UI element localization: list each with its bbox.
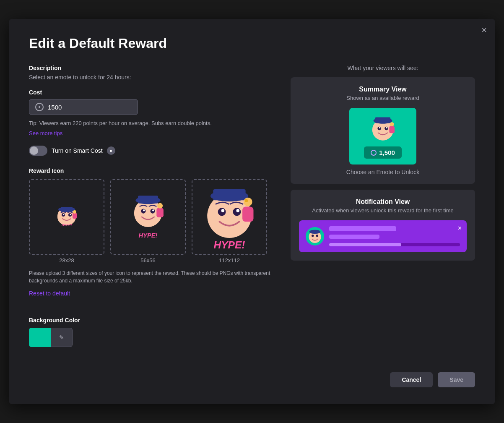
icon-slot-112: HYPE! 112x112 (192, 179, 267, 264)
svg-rect-19 (156, 208, 164, 217)
cost-input-wrap (29, 99, 138, 115)
svg-point-12 (141, 209, 145, 213)
emote-112-svg: HYPE! (198, 182, 261, 251)
background-color-label: Background Color (29, 317, 274, 324)
notification-avatar (306, 227, 324, 245)
summary-view-title: Summary View (299, 86, 467, 93)
edit-color-button[interactable]: ✎ (51, 328, 73, 347)
notification-content (329, 226, 460, 246)
svg-point-15 (152, 209, 154, 212)
close-button[interactable]: × (481, 26, 487, 35)
modal-title: Edit a Default Reward (29, 36, 475, 51)
icon-size-label-112: 112x112 (192, 257, 267, 264)
summary-emote-card: 1,500 (349, 108, 416, 164)
summary-emote-wrap: 1,500 (299, 108, 467, 164)
modal: × Edit a Default Reward Description Sele… (9, 19, 495, 404)
reward-icon-section: Reward Icon (29, 167, 274, 308)
cancel-button[interactable]: Cancel (390, 372, 433, 387)
notif-progress-wrap (329, 243, 460, 246)
smart-cost-label: Turn on Smart Cost (52, 147, 103, 154)
notification-view-title: Notification View (299, 198, 467, 206)
svg-rect-7 (61, 207, 73, 212)
svg-point-14 (143, 209, 145, 212)
svg-text:HYPE!: HYPE! (62, 223, 72, 227)
svg-point-35 (379, 127, 381, 129)
notif-bar-1 (329, 226, 396, 231)
notification-close-icon[interactable]: × (458, 225, 462, 232)
cost-label: Cost (29, 89, 274, 96)
background-color-section: Background Color ✎ (29, 317, 274, 347)
save-button[interactable]: Save (438, 372, 475, 387)
svg-point-25 (236, 209, 240, 212)
smart-cost-info-icon[interactable]: ● (107, 146, 115, 155)
svg-point-31 (245, 199, 248, 203)
svg-point-30 (244, 198, 252, 206)
svg-point-5 (70, 214, 71, 215)
viewers-label: What your viewers will see: (291, 65, 475, 71)
notification-view-subtitle: Activated when viewers unlock this rewar… (299, 207, 467, 214)
notification-view-card: Notification View Activated when viewers… (291, 190, 475, 261)
summary-emote-svg (368, 114, 397, 143)
footer: Cancel Save (29, 372, 475, 387)
cost-input[interactable] (48, 104, 132, 111)
svg-rect-17 (138, 196, 158, 203)
svg-point-36 (386, 127, 388, 129)
smart-cost-row: Turn on Smart Cost ● (29, 146, 274, 156)
notif-avatar-svg (307, 228, 323, 245)
left-panel: Description Select an emote to unlock fo… (29, 65, 274, 355)
svg-text:HYPE!: HYPE! (214, 240, 245, 251)
svg-text:HYPE!: HYPE! (138, 232, 157, 239)
cost-icon (35, 103, 44, 111)
icon-upload-112[interactable]: HYPE! (192, 179, 267, 255)
description-text: Select an emote to unlock for 24 hours: (29, 74, 274, 81)
svg-rect-29 (242, 207, 253, 222)
svg-point-24 (221, 209, 225, 212)
description-label: Description (29, 65, 274, 71)
cost-badge-value: 1,500 (379, 149, 395, 156)
summary-caption: Choose an Emote to Unlock (299, 169, 467, 175)
svg-point-33 (377, 127, 381, 130)
svg-rect-39 (389, 126, 395, 133)
svg-point-40 (390, 123, 394, 127)
toggle-thumb (30, 146, 38, 155)
cost-badge-icon (371, 150, 377, 156)
svg-point-43 (316, 235, 318, 237)
svg-rect-38 (375, 118, 390, 123)
icon-upload-56[interactable]: HYPE! (110, 179, 186, 255)
svg-point-10 (73, 210, 76, 214)
color-swatch[interactable] (29, 328, 51, 347)
smart-cost-toggle[interactable] (29, 146, 47, 156)
notif-progress-fill (329, 243, 401, 246)
svg-rect-45 (311, 230, 319, 234)
svg-point-13 (151, 209, 155, 213)
reward-icons-grid: HYPE! 28x28 (29, 179, 274, 264)
svg-point-4 (63, 214, 65, 215)
see-more-tips-link[interactable]: See more tips (29, 130, 62, 136)
summary-view-subtitle: Shown as an available reward (299, 95, 467, 101)
svg-point-20 (157, 203, 163, 209)
summary-view-card: Summary View Shown as an available rewar… (291, 77, 475, 184)
toggle-track (29, 146, 47, 156)
cost-section: Cost Tip: Viewers earn 220 points per ho… (29, 89, 274, 143)
icon-size-label-56: 56x56 (110, 257, 186, 264)
icon-slot-56: HYPE! 56x56 (110, 179, 186, 264)
cost-badge: 1,500 (364, 146, 402, 159)
icon-size-label-28: 28x28 (29, 257, 104, 264)
emote-56-svg: HYPE! (127, 192, 169, 242)
description-section: Description Select an emote to unlock fo… (29, 65, 274, 81)
notification-preview: × (299, 220, 467, 252)
reset-to-default-link[interactable]: Reset to default (29, 290, 70, 297)
icon-upload-28[interactable]: HYPE! (29, 179, 104, 255)
svg-point-42 (312, 235, 314, 237)
bg-color-row: ✎ (29, 328, 274, 347)
emote-28-svg: HYPE! (54, 204, 79, 230)
icon-slot-28: HYPE! 28x28 (29, 179, 104, 264)
svg-rect-27 (213, 189, 245, 200)
cost-tip-text: Tip: Viewers earn 220 points per hour on… (29, 119, 274, 128)
right-panel: What your viewers will see: Summary View… (291, 65, 475, 355)
svg-rect-9 (73, 213, 77, 219)
reward-icon-label: Reward Icon (29, 167, 274, 174)
notif-bar-2 (329, 235, 379, 239)
upload-instruction: Please upload 3 different sizes of your … (29, 269, 274, 285)
